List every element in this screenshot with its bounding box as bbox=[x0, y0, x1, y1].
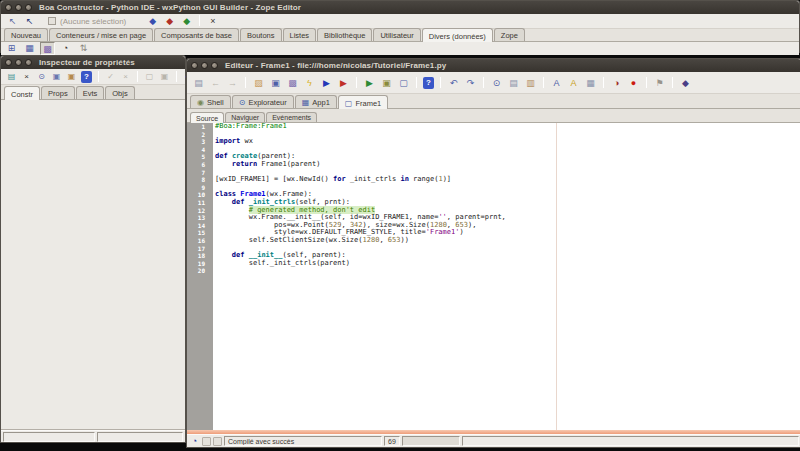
code-line[interactable]: 8[wxID_FRAME1] = [wx.NewId() for _init_c… bbox=[187, 176, 800, 184]
windows-list-icon[interactable]: ▣ bbox=[51, 71, 62, 83]
code-line[interactable]: 6 return Frame1(parent) bbox=[187, 161, 800, 169]
code-line[interactable]: 16 self.SetClientSize(wx.Size(1280, 653)… bbox=[187, 237, 800, 245]
palette-tab-nouveau[interactable]: Nouveau bbox=[4, 28, 48, 41]
line-number[interactable]: 9 bbox=[187, 184, 209, 192]
find-icon[interactable]: ⊙ bbox=[490, 77, 503, 89]
run-app-icon[interactable]: ▶ bbox=[363, 77, 376, 89]
close-button[interactable] bbox=[5, 59, 12, 66]
cyclops-icon[interactable]: ▢ bbox=[397, 77, 410, 89]
palette-tab-listes[interactable]: Listes bbox=[283, 28, 317, 41]
sizer-pointer-icon[interactable]: ↖ bbox=[23, 15, 36, 27]
boa-gem-icon[interactable]: ◆ bbox=[679, 77, 692, 89]
line-number[interactable]: 8 bbox=[187, 176, 209, 184]
undo-icon[interactable]: ↶ bbox=[447, 77, 460, 89]
line-number[interactable]: 4 bbox=[187, 146, 209, 154]
code-line[interactable]: 19 self._init_ctrls(parent) bbox=[187, 260, 800, 268]
output-button[interactable] bbox=[213, 437, 222, 446]
line-number[interactable]: 15 bbox=[187, 229, 209, 237]
paste-icon[interactable]: ▥ bbox=[524, 77, 537, 89]
view-tab-source[interactable]: Source bbox=[190, 112, 224, 123]
tree-view-icon[interactable]: ⊞ bbox=[4, 42, 19, 55]
line-number[interactable]: 3 bbox=[187, 138, 209, 146]
line-number[interactable]: 7 bbox=[187, 169, 209, 177]
horizontal-scrollbar[interactable] bbox=[187, 430, 800, 434]
redo-icon[interactable]: ↷ bbox=[464, 77, 477, 89]
inspector-tab-constr[interactable]: Constr bbox=[4, 86, 40, 100]
line-number[interactable]: 5 bbox=[187, 153, 209, 161]
palette-tab-composants-de-base[interactable]: Composants de base bbox=[154, 28, 239, 41]
shortcut-icon[interactable]: ⇅ bbox=[76, 42, 91, 55]
delete-item-icon[interactable]: × bbox=[21, 71, 32, 83]
run-icon[interactable]: ▶ bbox=[320, 77, 333, 89]
code-line[interactable]: 2 bbox=[187, 131, 800, 139]
print-icon[interactable]: ▤ bbox=[192, 77, 205, 89]
check-source-icon[interactable]: ϟ bbox=[303, 77, 316, 89]
maximize-button[interactable] bbox=[211, 62, 218, 69]
module-tab-shell[interactable]: ◉Shell bbox=[190, 95, 231, 108]
line-number[interactable]: 2 bbox=[187, 131, 209, 139]
shrink-font-icon[interactable]: ◑ bbox=[610, 77, 623, 89]
debug-icon[interactable]: ▶ bbox=[337, 77, 350, 89]
minimize-button[interactable] bbox=[201, 62, 208, 69]
line-number[interactable]: 17 bbox=[187, 245, 209, 253]
line-number[interactable]: 6 bbox=[187, 161, 209, 169]
error-list-button[interactable] bbox=[202, 437, 211, 446]
line-number[interactable]: 18 bbox=[187, 252, 209, 260]
line-number[interactable]: 12 bbox=[187, 207, 209, 215]
record-macro-icon[interactable]: ● bbox=[627, 77, 640, 89]
code-line[interactable]: 1#Boa:Frame:Frame1 bbox=[187, 123, 800, 131]
line-number[interactable]: 16 bbox=[187, 237, 209, 245]
red-gem-icon[interactable]: ◆ bbox=[163, 15, 176, 27]
code-line[interactable]: 3import wx bbox=[187, 138, 800, 146]
save-icon[interactable]: ▣ bbox=[269, 77, 282, 89]
inspector-tab-evts[interactable]: Evts bbox=[76, 86, 105, 99]
maximize-button[interactable] bbox=[25, 59, 32, 66]
frames-list-icon[interactable]: ▣ bbox=[66, 71, 77, 83]
help-icon[interactable]: ? bbox=[423, 77, 434, 89]
help-inspector-icon[interactable]: ? bbox=[81, 71, 92, 83]
minimize-button[interactable] bbox=[15, 59, 22, 66]
module-tab-explorateur[interactable]: ⊙Explorateur bbox=[232, 95, 294, 108]
palette-tab-zope[interactable]: Zope bbox=[494, 28, 525, 41]
line-number[interactable]: 14 bbox=[187, 222, 209, 230]
minimize-button[interactable] bbox=[15, 4, 22, 11]
timer-icon[interactable]: ◔ bbox=[58, 42, 73, 55]
palette-tab-divers-donn-es[interactable]: Divers (données) bbox=[422, 28, 493, 42]
selection-checkbox[interactable] bbox=[48, 17, 56, 25]
line-number[interactable]: 10 bbox=[187, 191, 209, 199]
find-inspector-icon[interactable]: ⊙ bbox=[36, 71, 47, 83]
code-editor[interactable]: 1#Boa:Frame:Frame123import wx45def creat… bbox=[187, 123, 800, 434]
open-icon[interactable]: ▨ bbox=[252, 77, 265, 89]
close-selection-icon[interactable]: × bbox=[206, 15, 219, 27]
image-list-icon[interactable]: ▩ bbox=[40, 42, 55, 55]
inspector-tab-props[interactable]: Props bbox=[41, 86, 75, 99]
blue-gem-icon[interactable]: ◆ bbox=[146, 15, 159, 27]
palette-tab-boutons[interactable]: Boutons bbox=[240, 28, 282, 41]
selection-pointer-icon[interactable]: ↖ bbox=[6, 15, 19, 27]
line-number[interactable]: 1 bbox=[187, 123, 209, 131]
save-as-icon[interactable]: ▩ bbox=[286, 77, 299, 89]
module-tab-frame1[interactable]: ▢Frame1 bbox=[338, 95, 388, 109]
name-icon[interactable]: ▤ bbox=[6, 71, 17, 83]
line-number[interactable]: 19 bbox=[187, 260, 209, 268]
palette-tab-conteneurs-mise-en-page[interactable]: Conteneurs / mise en page bbox=[49, 28, 153, 41]
flag-icon[interactable]: ⚑ bbox=[653, 77, 666, 89]
close-button[interactable] bbox=[5, 4, 12, 11]
line-number[interactable]: 20 bbox=[187, 267, 209, 275]
maximize-button[interactable] bbox=[25, 4, 32, 11]
copy-icon[interactable]: ▤ bbox=[507, 77, 520, 89]
line-number[interactable]: 11 bbox=[187, 199, 209, 207]
palette-tab-biblioth-que[interactable]: Bibliothèque bbox=[317, 28, 372, 41]
compile-icon[interactable]: ▣ bbox=[380, 77, 393, 89]
find-marked-icon[interactable]: A bbox=[567, 77, 580, 89]
view-tab-ev-nements[interactable]: Evénements bbox=[266, 112, 317, 122]
data-module-icon[interactable]: ▦ bbox=[22, 42, 37, 55]
module-tab-app1[interactable]: ▦App1 bbox=[295, 95, 337, 108]
palette-tab-utilisateur[interactable]: Utilisateur bbox=[373, 28, 420, 41]
green-gem-icon[interactable]: ◆ bbox=[180, 15, 193, 27]
print-source-icon[interactable]: ▦ bbox=[584, 77, 597, 89]
find-again-icon[interactable]: A bbox=[550, 77, 563, 89]
code-line[interactable]: 20 bbox=[187, 267, 800, 275]
inspector-tab-objs[interactable]: Objs bbox=[105, 86, 134, 99]
view-tab-naviguer[interactable]: Naviguer bbox=[225, 112, 265, 122]
